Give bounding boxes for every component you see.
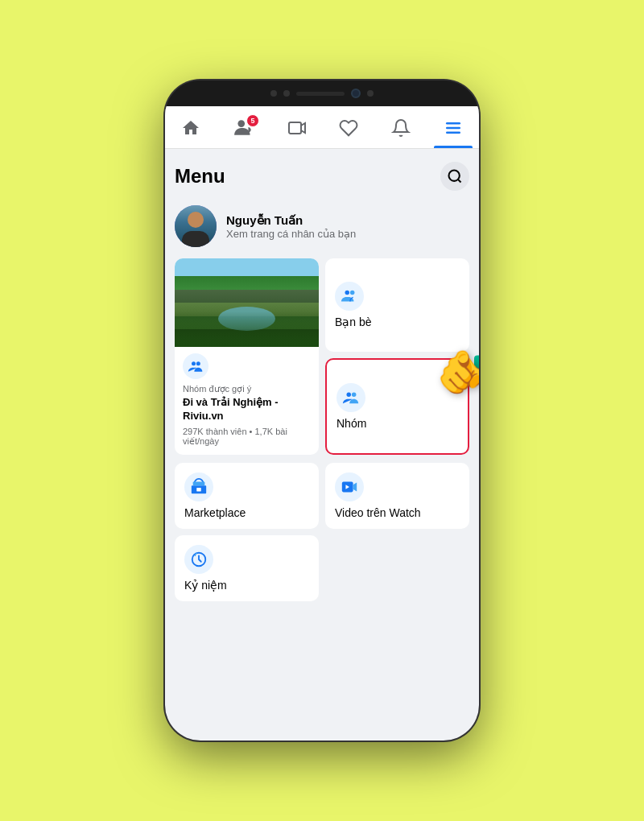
menu-header: Menu: [175, 159, 469, 194]
nhom-card-label: Nhóm: [336, 417, 366, 430]
home-icon: [181, 118, 200, 142]
marketplace-card-label: Marketplace: [184, 506, 246, 519]
marketplace-card[interactable]: Marketplace: [175, 463, 319, 529]
profile-info: Nguyễn Tuấn Xem trang cá nhân của bạn: [226, 213, 356, 240]
friends-card-icon: [335, 282, 364, 311]
svg-point-6: [192, 361, 196, 365]
avatar: [175, 205, 217, 247]
video-watch-icon-circle: [335, 472, 364, 501]
video-icon: [287, 118, 307, 142]
memories-label: Kỷ niệm: [184, 579, 309, 592]
nav-menu[interactable]: [434, 113, 473, 147]
marketplace-svg-icon: [190, 478, 208, 496]
nhom-card[interactable]: Nhóm: [325, 358, 469, 455]
main-grid-wrapper: Nhóm được gợi ý Đi và Trải Nghiệm - Rivi…: [175, 258, 469, 455]
nav-bar: 5: [165, 106, 479, 149]
card-group-title: Đi và Trải Nghiệm - Riviu.vn: [183, 396, 311, 423]
memories-svg-icon: [190, 551, 208, 568]
phone-frame: 5: [165, 80, 479, 741]
svg-point-11: [352, 392, 357, 397]
svg-point-10: [347, 392, 352, 397]
sensor-dot-2: [283, 90, 290, 97]
card-suggestion-label: Nhóm được gợi ý: [183, 384, 311, 394]
svg-point-8: [345, 291, 350, 295]
card-group-meta: 297K thành viên • 1,7K bài viết/ngày: [183, 427, 311, 447]
profile-row[interactable]: Nguyễn Tuấn Xem trang cá nhân của bạn: [175, 202, 469, 250]
menu-icon: [444, 118, 463, 142]
video-watch-card[interactable]: Video trên Watch: [325, 463, 469, 529]
main-grid: Nhóm được gợi ý Đi và Trải Nghiệm - Rivi…: [175, 258, 469, 455]
friends-badge: 5: [246, 114, 259, 127]
svg-rect-14: [196, 488, 201, 492]
group-suggestion-card[interactable]: Nhóm được gợi ý Đi và Trải Nghiệm - Rivi…: [175, 258, 319, 455]
friends-card[interactable]: Bạn bè: [325, 258, 469, 352]
search-icon: [447, 168, 463, 184]
menu-title: Menu: [175, 165, 225, 188]
memories-icon-circle: [184, 545, 213, 574]
svg-rect-13: [193, 481, 205, 485]
svg-rect-3: [446, 127, 460, 130]
video-watch-svg-icon: [341, 478, 358, 496]
svg-point-7: [196, 361, 200, 365]
card-body: Nhóm được gợi ý Đi và Trải Nghiệm - Rivi…: [175, 347, 319, 455]
nav-video[interactable]: [278, 113, 316, 147]
svg-point-5: [449, 171, 460, 181]
sensor-dot-3: [367, 90, 374, 97]
notch-sensors: [270, 89, 374, 98]
friends-svg-icon: [341, 287, 358, 305]
nhom-svg-icon: [342, 389, 360, 406]
marketplace-icon-circle: [184, 472, 213, 501]
phone-screen: 5: [165, 106, 479, 741]
group-image: [175, 258, 319, 347]
svg-rect-2: [446, 122, 460, 125]
nav-home[interactable]: [171, 113, 210, 147]
card-group-icon: [183, 353, 208, 379]
friends-card-label: Bạn bè: [335, 316, 372, 328]
svg-rect-4: [446, 132, 460, 134]
svg-point-0: [237, 120, 245, 127]
front-camera: [351, 89, 361, 98]
nhom-card-icon: [336, 383, 365, 412]
profile-name: Nguyễn Tuấn: [226, 213, 356, 228]
memories-card[interactable]: Kỷ niệm: [175, 535, 319, 601]
video-watch-label: Video trên Watch: [335, 506, 460, 519]
sensor-dot-1: [270, 90, 277, 97]
svg-rect-1: [289, 122, 301, 134]
profile-subtitle: Xem trang cá nhân của bạn: [226, 228, 356, 240]
phone-notch: [165, 80, 479, 106]
content-area: Menu Nguyễn Tuấn: [165, 149, 479, 741]
nav-friends[interactable]: 5: [224, 113, 264, 148]
svg-point-9: [350, 291, 355, 295]
search-button[interactable]: [440, 162, 469, 191]
groups-icon: [188, 358, 204, 374]
sensor-speaker: [296, 92, 345, 96]
landscape-background: [175, 258, 319, 347]
nav-dating[interactable]: [329, 113, 368, 147]
bell-icon: [391, 118, 411, 142]
heart-icon: [339, 118, 358, 142]
nav-notifications[interactable]: [382, 113, 420, 147]
bottom-grid: Marketplace Video trên Watch: [175, 463, 469, 601]
